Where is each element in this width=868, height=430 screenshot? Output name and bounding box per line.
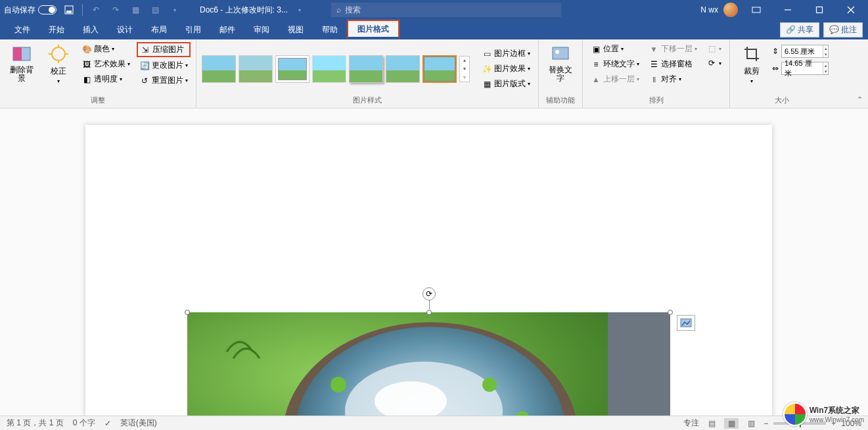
resize-handle[interactable] — [668, 310, 673, 315]
alt-text-icon — [550, 43, 571, 64]
style-thumb[interactable] — [386, 55, 420, 83]
resize-handle[interactable] — [185, 310, 190, 315]
save-icon[interactable] — [61, 2, 77, 18]
maximize-icon[interactable] — [806, 0, 833, 20]
tab-picture-format[interactable]: 图片格式 — [347, 20, 400, 39]
read-mode-icon[interactable]: ▤ — [704, 418, 719, 429]
align-button[interactable]: ⫴对齐▾ — [646, 72, 700, 86]
close-icon[interactable] — [838, 0, 864, 20]
ribbon-mode-icon[interactable] — [743, 0, 769, 20]
tab-review[interactable]: 审阅 — [244, 20, 279, 39]
style-thumb[interactable] — [239, 55, 273, 83]
wrap-text-button[interactable]: ≡环绕文字▾ — [588, 57, 642, 71]
tab-help[interactable]: 帮助 — [313, 20, 347, 39]
undo-icon[interactable]: ↶ — [88, 2, 104, 18]
autosave-label: 自动保存 — [4, 5, 35, 16]
picture-border-button[interactable]: ▭图片边框▾ — [479, 47, 533, 60]
menu-bar: 文件 开始 插入 设计 布局 引用 邮件 审阅 视图 帮助 图片格式 🔗共享 💬… — [0, 20, 868, 39]
gallery-more-button[interactable]: ▴▾▿ — [459, 56, 470, 82]
rotate-handle[interactable]: ⟳ — [423, 287, 436, 300]
focus-mode[interactable]: 专注 — [683, 418, 699, 429]
tab-layout[interactable]: 布局 — [142, 20, 176, 39]
minimize-icon[interactable] — [775, 0, 801, 20]
selection-pane-button[interactable]: ☰选择窗格 — [646, 57, 700, 71]
search-icon: ⌕ — [336, 5, 341, 14]
reset-picture-button[interactable]: ↺重置图片▾ — [137, 74, 191, 87]
width-input[interactable]: 14.65 厘米 — [781, 62, 829, 75]
toggle-switch[interactable] — [38, 5, 57, 14]
page-status[interactable]: 第 1 页，共 1 页 — [7, 418, 64, 429]
height-icon: ⇕ — [772, 47, 779, 56]
height-input[interactable]: 6.55 厘米 — [781, 45, 829, 58]
width-field[interactable]: ⇔14.65 厘米 — [772, 62, 829, 75]
web-layout-icon[interactable]: ▥ — [744, 418, 758, 429]
bring-fwd-icon: ▲ — [591, 74, 601, 85]
position-button[interactable]: ▣位置▾ — [588, 42, 642, 56]
tab-file[interactable]: 文件 — [5, 20, 39, 39]
ribbon: 删除背景 校正▾ 🎨颜色▾ 🖼艺术效果▾ ◧透明度▾ ⇲压缩图片 🔄更改图片▾ … — [0, 39, 868, 108]
svg-rect-14 — [553, 47, 568, 59]
style-thumb[interactable] — [349, 55, 383, 83]
print-layout-icon[interactable]: ▦ — [724, 418, 739, 429]
picture-effects-button[interactable]: ✨图片效果▾ — [479, 62, 533, 76]
tab-design[interactable]: 设计 — [108, 20, 142, 39]
search-placeholder: 搜索 — [345, 5, 361, 16]
title-bar: 自动保存 开 ↶ ↷ ▦ ▤ ▾ Doc6 - 上次修改时间: 3... ▾ ⌕… — [0, 0, 868, 20]
word-count[interactable]: 0 个字 — [73, 418, 95, 429]
tab-home[interactable]: 开始 — [39, 20, 74, 39]
share-button[interactable]: 🔗共享 — [780, 22, 819, 37]
style-thumb[interactable] — [312, 55, 346, 83]
compress-pictures-button[interactable]: ⇲压缩图片 — [137, 42, 191, 57]
comments-button[interactable]: 💬批注 — [823, 22, 863, 37]
user-avatar[interactable] — [723, 3, 738, 17]
username-label: N wx — [700, 5, 718, 14]
redo-icon[interactable]: ↷ — [108, 2, 124, 18]
corrections-button[interactable]: 校正▾ — [42, 42, 75, 85]
style-thumb[interactable] — [202, 55, 236, 83]
color-button[interactable]: 🎨颜色▾ — [79, 42, 133, 56]
title-dropdown-icon[interactable]: ▾ — [292, 2, 308, 18]
style-thumb-selected[interactable] — [423, 55, 457, 83]
rotate-button[interactable]: ⟳▾ — [704, 57, 724, 70]
picture-layout-button[interactable]: ▦图片版式▾ — [479, 77, 533, 91]
style-thumb[interactable] — [275, 55, 309, 83]
width-icon: ⇔ — [772, 64, 779, 73]
tab-insert[interactable]: 插入 — [74, 20, 108, 39]
group-label-arrange: 排列 — [588, 95, 724, 107]
remove-background-button[interactable]: 删除背景 — [5, 42, 38, 84]
tab-references[interactable]: 引用 — [176, 20, 210, 39]
position-icon: ▣ — [591, 44, 601, 55]
compress-icon: ⇲ — [140, 45, 150, 55]
svg-point-31 — [482, 377, 497, 392]
qat-icon[interactable]: ▦ — [127, 2, 143, 18]
svg-point-9 — [52, 47, 65, 60]
crop-button[interactable]: 裁剪▾ — [735, 42, 768, 85]
picture-styles-gallery[interactable]: ▴▾▿ — [202, 55, 470, 83]
layout-options-button[interactable] — [677, 315, 695, 331]
artistic-effects-button[interactable]: 🖼艺术效果▾ — [79, 57, 133, 71]
search-box[interactable]: ⌕ 搜索 — [331, 3, 561, 17]
status-bar: 第 1 页，共 1 页 0 个字 ✓ 英语(美国) 专注 ▤ ▦ ▥ − + 1… — [0, 416, 868, 430]
document-area[interactable]: ⟳ — [0, 108, 868, 416]
tab-mailings[interactable]: 邮件 — [210, 20, 244, 39]
transparency-icon: ◧ — [81, 74, 92, 85]
collapse-ribbon-icon[interactable]: ⌃ — [857, 95, 863, 104]
image-content — [187, 312, 670, 416]
tab-view[interactable]: 视图 — [279, 20, 313, 39]
alt-text-button[interactable]: 替换文字 — [544, 42, 577, 84]
qat-icon2[interactable]: ▤ — [147, 2, 163, 18]
zoom-out-icon[interactable]: − — [764, 419, 768, 428]
language-status[interactable]: 英语(美国) — [120, 418, 157, 429]
qat-dropdown-icon[interactable]: ▾ — [167, 2, 183, 18]
crop-icon — [741, 43, 762, 64]
autosave-toggle[interactable]: 自动保存 开 — [4, 5, 49, 16]
artistic-icon: 🖼 — [81, 59, 92, 70]
selected-image[interactable]: ⟳ — [187, 312, 670, 416]
sel-pane-icon: ☰ — [649, 59, 659, 70]
transparency-button[interactable]: ◧透明度▾ — [79, 72, 133, 86]
proofing-icon[interactable]: ✓ — [104, 419, 111, 428]
change-picture-button[interactable]: 🔄更改图片▾ — [137, 59, 191, 72]
height-field[interactable]: ⇕6.55 厘米 — [772, 45, 829, 58]
resize-handle[interactable] — [426, 310, 432, 315]
group-label-adjust: 调整 — [5, 95, 191, 107]
